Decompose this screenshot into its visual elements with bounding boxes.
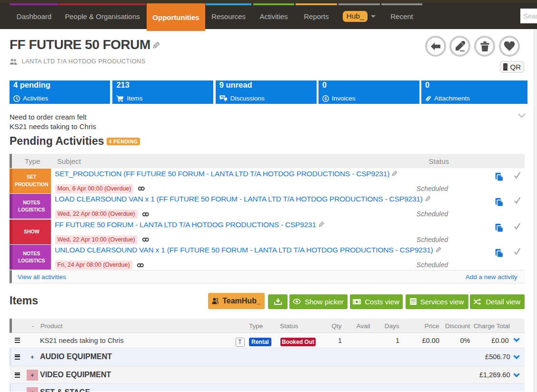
svg-text:$: $ (324, 96, 327, 101)
